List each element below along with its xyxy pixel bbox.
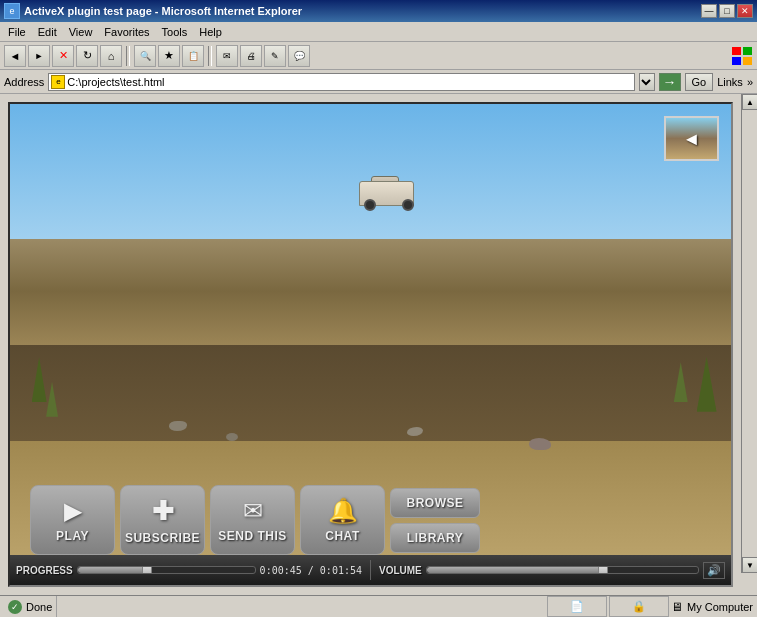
computer-label: My Computer xyxy=(687,601,753,613)
status-done-section: ✓ Done xyxy=(4,596,57,617)
address-dropdown[interactable] xyxy=(639,73,655,91)
computer-icon: 🖥 xyxy=(671,600,683,614)
progress-section: PROGRESS 0:00:45 / 0:01:54 xyxy=(16,565,362,576)
status-text: Done xyxy=(26,601,52,613)
send-this-label: SEND THIS xyxy=(218,529,287,543)
volume-section: VOLUME 🔊 xyxy=(379,562,725,579)
minimize-button[interactable]: — xyxy=(701,4,717,18)
address-bar: Address e C:\projects\test.html → Go Lin… xyxy=(0,70,757,94)
window-title: ActiveX plugin test page - Microsoft Int… xyxy=(24,5,302,17)
status-icon: ✓ xyxy=(8,600,22,614)
current-time: 0:00:45 xyxy=(260,565,302,576)
scrollbar[interactable]: ▲ ▼ xyxy=(741,94,757,573)
progress-track[interactable] xyxy=(77,566,256,574)
search-button[interactable]: 🔍 xyxy=(134,45,156,67)
progress-thumb[interactable] xyxy=(142,566,152,574)
status-section-3: 🔒 xyxy=(609,596,669,617)
browse-label: BROWSE xyxy=(407,496,464,510)
volume-fill xyxy=(427,567,603,573)
progress-fill xyxy=(78,567,147,573)
toolbar: ◄ ► ✕ ↻ ⌂ 🔍 ★ 📋 ✉ 🖨 ✎ 💬 xyxy=(0,42,757,70)
close-button[interactable]: ✕ xyxy=(737,4,753,18)
play-button[interactable]: ▶ PLAY xyxy=(30,485,115,555)
right-buttons: BROWSE LIBRARY xyxy=(390,488,480,553)
toolbar-sep-1 xyxy=(126,46,130,66)
title-bar-left: e ActiveX plugin test page - Microsoft I… xyxy=(4,3,302,19)
menu-bar: File Edit View Favorites Tools Help xyxy=(0,22,757,42)
menu-favorites[interactable]: Favorites xyxy=(98,24,155,40)
favorites-button[interactable]: ★ xyxy=(158,45,180,67)
library-label: LIBRARY xyxy=(407,531,463,545)
thumbnail-arrow-icon: ◄ xyxy=(683,128,701,149)
vehicle-wheel-right xyxy=(402,199,414,211)
video-player: ◄ ▶ PLAY ✚ SUBSCRIBE ✉ SEND THIS xyxy=(8,102,733,587)
subscribe-button[interactable]: ✚ SUBSCRIBE xyxy=(120,485,205,555)
go-button[interactable]: Go xyxy=(685,73,714,91)
send-icon: ✉ xyxy=(243,497,263,525)
rock-2 xyxy=(226,433,238,441)
send-this-button[interactable]: ✉ SEND THIS xyxy=(210,485,295,555)
edit-button[interactable]: ✎ xyxy=(264,45,286,67)
address-label: Address xyxy=(4,76,44,88)
menu-file[interactable]: File xyxy=(2,24,32,40)
controls-bar: ▶ PLAY ✚ SUBSCRIBE ✉ SEND THIS 🔔 CHAT xyxy=(10,485,731,555)
windows-logo xyxy=(731,45,753,67)
subscribe-label: SUBSCRIBE xyxy=(125,531,200,545)
toolbar-sep-2 xyxy=(208,46,212,66)
status-right: 🖥 My Computer xyxy=(671,600,753,614)
stop-button[interactable]: ✕ xyxy=(52,45,74,67)
time-display: 0:00:45 / 0:01:54 xyxy=(260,565,362,576)
play-icon: ▶ xyxy=(64,497,82,525)
mail-button[interactable]: ✉ xyxy=(216,45,238,67)
thumbnail-overlay[interactable]: ◄ xyxy=(664,116,719,161)
volume-icon[interactable]: 🔊 xyxy=(703,562,725,579)
volume-label: VOLUME xyxy=(379,565,422,576)
time-separator: / xyxy=(308,565,320,576)
address-value: e C:\projects\test.html xyxy=(51,75,164,89)
chat-label: CHAT xyxy=(325,529,359,543)
refresh-button[interactable]: ↻ xyxy=(76,45,98,67)
forward-button[interactable]: ► xyxy=(28,45,50,67)
menu-view[interactable]: View xyxy=(63,24,99,40)
history-button[interactable]: 📋 xyxy=(182,45,204,67)
chat-button[interactable]: 🔔 CHAT xyxy=(300,485,385,555)
menu-tools[interactable]: Tools xyxy=(156,24,194,40)
bar-divider xyxy=(370,560,371,580)
messenger-button[interactable]: 💬 xyxy=(288,45,310,67)
library-button[interactable]: LIBRARY xyxy=(390,523,480,553)
scroll-up-button[interactable]: ▲ xyxy=(742,94,757,110)
title-buttons[interactable]: — □ ✕ xyxy=(701,4,753,18)
back-button[interactable]: ◄ xyxy=(4,45,26,67)
links-chevron: » xyxy=(747,76,753,88)
content-area: ▲ ▼ xyxy=(0,94,757,595)
play-label: PLAY xyxy=(56,529,89,543)
status-icon-3: 🔒 xyxy=(632,600,646,613)
menu-edit[interactable]: Edit xyxy=(32,24,63,40)
menu-help[interactable]: Help xyxy=(193,24,228,40)
print-button[interactable]: 🖨 xyxy=(240,45,262,67)
volume-track[interactable] xyxy=(426,566,699,574)
maximize-button[interactable]: □ xyxy=(719,4,735,18)
svg-rect-2 xyxy=(732,57,741,65)
address-text: C:\projects\test.html xyxy=(67,76,164,88)
home-button[interactable]: ⌂ xyxy=(100,45,122,67)
address-input[interactable]: e C:\projects\test.html xyxy=(48,73,634,91)
status-section-2: 📄 xyxy=(547,596,607,617)
svg-rect-3 xyxy=(743,57,752,65)
title-bar: e ActiveX plugin test page - Microsoft I… xyxy=(0,0,757,22)
volume-thumb[interactable] xyxy=(598,566,608,574)
ie-icon: e xyxy=(4,3,20,19)
scroll-down-button[interactable]: ▼ xyxy=(742,557,757,573)
svg-rect-0 xyxy=(732,47,741,55)
go-arrow[interactable]: → xyxy=(659,73,681,91)
status-bar: ✓ Done 📄 🔒 🖥 My Computer xyxy=(0,595,757,617)
page-icon: e xyxy=(51,75,65,89)
progress-volume-bar: PROGRESS 0:00:45 / 0:01:54 VOLUME xyxy=(10,555,731,585)
browse-button[interactable]: BROWSE xyxy=(390,488,480,518)
scroll-track[interactable] xyxy=(742,110,757,557)
svg-rect-1 xyxy=(743,47,752,55)
subscribe-icon: ✚ xyxy=(152,496,174,527)
chat-icon: 🔔 xyxy=(328,497,358,525)
vehicle xyxy=(359,176,419,211)
status-icon-2: 📄 xyxy=(570,600,584,613)
